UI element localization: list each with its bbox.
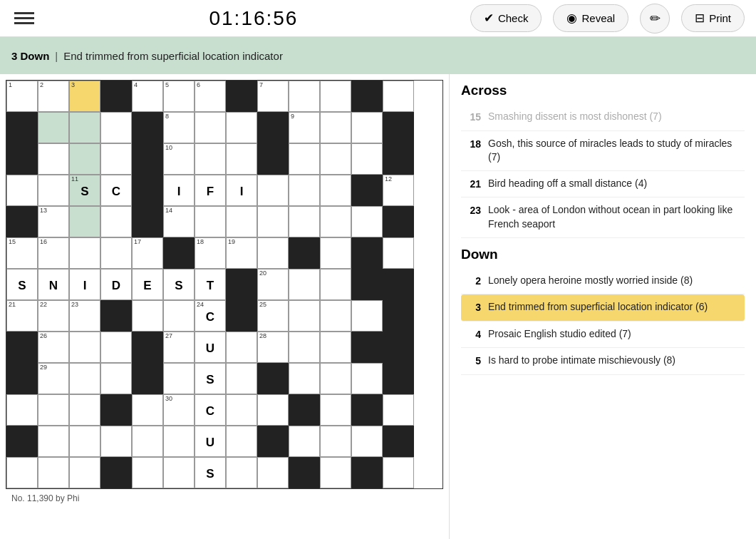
grid-cell[interactable]	[69, 457, 100, 488]
grid-cell[interactable]	[6, 175, 38, 206]
grid-cell[interactable]	[100, 143, 132, 175]
grid-cell[interactable]	[100, 457, 132, 488]
grid-cell[interactable]: F	[195, 175, 226, 206]
grid-cell[interactable]	[320, 269, 351, 300]
grid-cell[interactable]: 3	[69, 81, 100, 112]
grid-cell[interactable]: U	[195, 332, 226, 363]
grid-cell[interactable]	[6, 363, 38, 394]
grid-cell[interactable]: 15	[6, 237, 38, 269]
grid-cell[interactable]	[226, 269, 257, 300]
grid-cell[interactable]: N	[38, 269, 69, 300]
grid-cell[interactable]	[320, 206, 351, 237]
clue-down-4[interactable]: 4 Prosaic English studio edited (7)	[461, 322, 745, 349]
grid-cell[interactable]	[257, 457, 289, 488]
grid-cell[interactable]	[383, 363, 414, 394]
pencil-button[interactable]: ✏	[640, 4, 670, 34]
grid-cell[interactable]: I	[226, 175, 257, 206]
menu-button[interactable]	[11, 9, 37, 27]
grid-cell[interactable]	[289, 206, 320, 237]
grid-cell[interactable]	[289, 363, 320, 394]
grid-cell[interactable]	[6, 457, 38, 488]
grid-cell[interactable]	[132, 143, 163, 175]
grid-cell[interactable]	[289, 237, 320, 269]
clue-across-21[interactable]: 21 Bird heading off a small distance (4)	[461, 171, 745, 198]
grid-cell[interactable]	[38, 457, 69, 488]
grid-cell[interactable]	[383, 394, 414, 426]
grid-cell[interactable]	[351, 300, 383, 332]
clue-across-23[interactable]: 23 Look - area of London without ocean i…	[461, 197, 745, 237]
grid-cell[interactable]	[6, 112, 38, 143]
grid-cell[interactable]	[257, 426, 289, 457]
grid-cell[interactable]: 6	[195, 81, 226, 112]
grid-cell[interactable]	[163, 363, 195, 394]
grid-cell[interactable]	[383, 332, 414, 363]
grid-cell[interactable]	[289, 175, 320, 206]
clue-across-15[interactable]: 15 Smashing dissent is most dishonest (7…	[461, 104, 745, 131]
grid-cell[interactable]	[320, 175, 351, 206]
grid-cell[interactable]	[289, 269, 320, 300]
grid-cell[interactable]: 17	[132, 237, 163, 269]
grid-cell[interactable]: C	[195, 394, 226, 426]
grid-cell[interactable]	[100, 81, 132, 112]
grid-cell[interactable]: S	[195, 363, 226, 394]
grid-cell[interactable]: 7	[257, 81, 289, 112]
grid-cell[interactable]	[351, 206, 383, 237]
print-button[interactable]: ⊟ Print	[681, 4, 745, 32]
grid-cell[interactable]	[351, 332, 383, 363]
grid-cell[interactable]	[38, 394, 69, 426]
grid-cell[interactable]	[226, 81, 257, 112]
grid-cell[interactable]	[320, 237, 351, 269]
grid-cell[interactable]	[351, 237, 383, 269]
grid-cell[interactable]	[69, 237, 100, 269]
grid-cell[interactable]: 9	[289, 112, 320, 143]
grid-cell[interactable]	[163, 300, 195, 332]
grid-cell[interactable]: 1	[6, 81, 38, 112]
grid-cell[interactable]: 4	[132, 81, 163, 112]
grid-cell[interactable]	[320, 457, 351, 488]
grid-cell[interactable]	[132, 457, 163, 488]
grid-cell[interactable]	[226, 426, 257, 457]
grid-cell[interactable]	[257, 363, 289, 394]
grid-cell[interactable]	[289, 300, 320, 332]
grid-cell[interactable]	[383, 457, 414, 488]
grid-cell[interactable]: 12	[383, 175, 414, 206]
grid-cell[interactable]	[195, 206, 226, 237]
reveal-button[interactable]: ◉ Reveal	[553, 4, 628, 32]
grid-cell[interactable]: 10	[163, 143, 195, 175]
grid-cell[interactable]	[132, 394, 163, 426]
grid-cell[interactable]: 29	[38, 363, 69, 394]
grid-cell[interactable]	[383, 81, 414, 112]
grid-cell[interactable]	[351, 394, 383, 426]
grid-cell[interactable]: C	[100, 175, 132, 206]
grid-cell[interactable]	[383, 269, 414, 300]
grid-cell[interactable]: 13	[38, 206, 69, 237]
grid-cell[interactable]: S	[195, 457, 226, 488]
grid-cell[interactable]: 20	[257, 269, 289, 300]
grid-cell[interactable]	[257, 237, 289, 269]
grid-cell[interactable]	[289, 426, 320, 457]
grid-cell[interactable]	[320, 426, 351, 457]
grid-cell[interactable]	[69, 143, 100, 175]
grid-cell[interactable]	[100, 237, 132, 269]
grid-cell[interactable]	[226, 332, 257, 363]
grid-cell[interactable]	[289, 332, 320, 363]
grid-cell[interactable]: 14	[163, 206, 195, 237]
grid-cell[interactable]	[163, 426, 195, 457]
grid-cell[interactable]: 5	[163, 81, 195, 112]
grid-cell[interactable]	[226, 143, 257, 175]
grid-cell[interactable]	[289, 143, 320, 175]
grid-cell[interactable]	[100, 112, 132, 143]
grid-cell[interactable]	[257, 112, 289, 143]
grid-cell[interactable]	[226, 112, 257, 143]
clue-across-18[interactable]: 18 Gosh, this source of miracles leads t…	[461, 131, 745, 171]
grid-cell[interactable]: 2	[38, 81, 69, 112]
grid-cell[interactable]: S	[6, 269, 38, 300]
grid-cell[interactable]	[195, 143, 226, 175]
grid-cell[interactable]: 21	[6, 300, 38, 332]
grid-cell[interactable]	[38, 426, 69, 457]
grid-cell[interactable]	[351, 457, 383, 488]
grid-cell[interactable]: 28	[257, 332, 289, 363]
grid-cell[interactable]	[132, 300, 163, 332]
clues-panel[interactable]: Across 15 Smashing dissent is most disho…	[449, 74, 756, 539]
grid-cell[interactable]	[289, 457, 320, 488]
